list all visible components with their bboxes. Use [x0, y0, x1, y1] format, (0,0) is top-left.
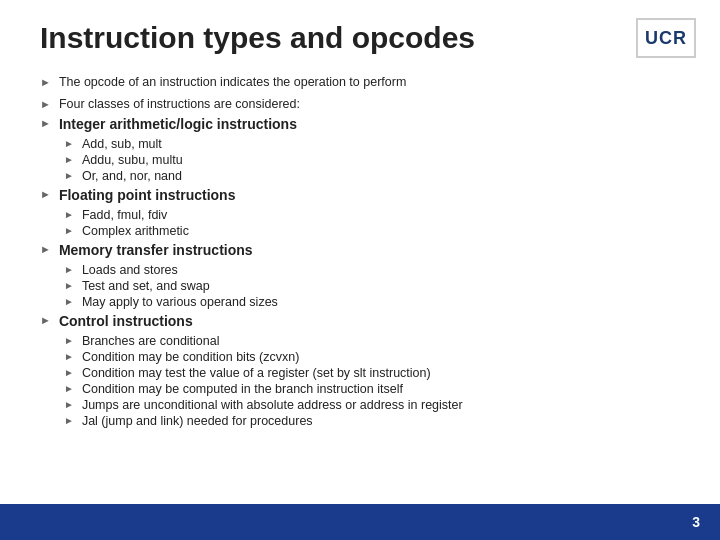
four-classes-text: Four classes of instructions are conside… — [59, 97, 300, 111]
control-text: Control instructions — [59, 313, 193, 329]
arrow-icon: ► — [64, 154, 74, 165]
integer-sub-1-text: Addu, subu, multu — [82, 153, 183, 167]
slide-content: ► The opcode of an instruction indicates… — [0, 66, 720, 504]
arrow-icon: ► — [64, 351, 74, 362]
arrow-icon: ► — [64, 209, 74, 220]
memory-sub-2: ► May apply to various operand sizes — [40, 295, 696, 309]
control-sub-3-text: Condition may be computed in the branch … — [82, 382, 403, 396]
arrow-icon: ► — [40, 188, 51, 200]
memory-bullet: ► Memory transfer instructions — [40, 242, 696, 258]
control-sub-2-text: Condition may test the value of a regist… — [82, 366, 431, 380]
arrow-icon: ► — [64, 280, 74, 291]
arrow-icon: ► — [64, 383, 74, 394]
slide: Instruction types and opcodes UCR ► The … — [0, 0, 720, 540]
floating-sub-0: ► Fadd, fmul, fdiv — [40, 208, 696, 222]
control-sub-4: ► Jumps are unconditional with absolute … — [40, 398, 696, 412]
memory-sub-0: ► Loads and stores — [40, 263, 696, 277]
integer-text: Integer arithmetic/logic instructions — [59, 116, 297, 132]
integer-bullet: ► Integer arithmetic/logic instructions — [40, 116, 696, 132]
floating-sub-1: ► Complex arithmetic — [40, 224, 696, 238]
control-sub-2: ► Condition may test the value of a regi… — [40, 366, 696, 380]
integer-sub-0-text: Add, sub, mult — [82, 137, 162, 151]
arrow-icon: ► — [64, 296, 74, 307]
floating-sub-1-text: Complex arithmetic — [82, 224, 189, 238]
arrow-icon: ► — [40, 117, 51, 129]
intro-bullet: ► The opcode of an instruction indicates… — [40, 75, 696, 89]
arrow-icon: ► — [64, 367, 74, 378]
memory-sub-1: ► Test and set, and swap — [40, 279, 696, 293]
control-sub-5: ► Jal (jump and link) needed for procedu… — [40, 414, 696, 428]
integer-sub-2: ► Or, and, nor, nand — [40, 169, 696, 183]
floating-text: Floating point instructions — [59, 187, 236, 203]
slide-title: Instruction types and opcodes — [40, 21, 475, 55]
memory-sub-1-text: Test and set, and swap — [82, 279, 210, 293]
memory-sub-2-text: May apply to various operand sizes — [82, 295, 278, 309]
page-number: 3 — [692, 514, 700, 530]
memory-sub-0-text: Loads and stores — [82, 263, 178, 277]
control-sub-1-text: Condition may be condition bits (zcvxn) — [82, 350, 299, 364]
integer-sub-1: ► Addu, subu, multu — [40, 153, 696, 167]
arrow-icon: ► — [40, 314, 51, 326]
slide-footer: 3 — [0, 504, 720, 540]
arrow-icon: ► — [64, 399, 74, 410]
arrow-icon: ► — [40, 98, 51, 110]
control-sub-5-text: Jal (jump and link) needed for procedure… — [82, 414, 313, 428]
arrow-icon: ► — [64, 138, 74, 149]
integer-sub-2-text: Or, and, nor, nand — [82, 169, 182, 183]
arrow-icon: ► — [64, 335, 74, 346]
intro-text: The opcode of an instruction indicates t… — [59, 75, 406, 89]
floating-bullet: ► Floating point instructions — [40, 187, 696, 203]
floating-sub-0-text: Fadd, fmul, fdiv — [82, 208, 167, 222]
arrow-icon: ► — [40, 76, 51, 88]
integer-sub-0: ► Add, sub, mult — [40, 137, 696, 151]
control-sub-0-text: Branches are conditional — [82, 334, 220, 348]
ucr-logo: UCR — [636, 18, 696, 58]
memory-text: Memory transfer instructions — [59, 242, 253, 258]
four-classes-bullet: ► Four classes of instructions are consi… — [40, 97, 696, 111]
control-bullet: ► Control instructions — [40, 313, 696, 329]
arrow-icon: ► — [64, 415, 74, 426]
arrow-icon: ► — [40, 243, 51, 255]
control-sub-3: ► Condition may be computed in the branc… — [40, 382, 696, 396]
control-sub-1: ► Condition may be condition bits (zcvxn… — [40, 350, 696, 364]
arrow-icon: ► — [64, 225, 74, 236]
arrow-icon: ► — [64, 170, 74, 181]
control-sub-0: ► Branches are conditional — [40, 334, 696, 348]
slide-header: Instruction types and opcodes UCR — [0, 0, 720, 66]
control-sub-4-text: Jumps are unconditional with absolute ad… — [82, 398, 463, 412]
arrow-icon: ► — [64, 264, 74, 275]
logo-area: UCR — [636, 18, 696, 58]
